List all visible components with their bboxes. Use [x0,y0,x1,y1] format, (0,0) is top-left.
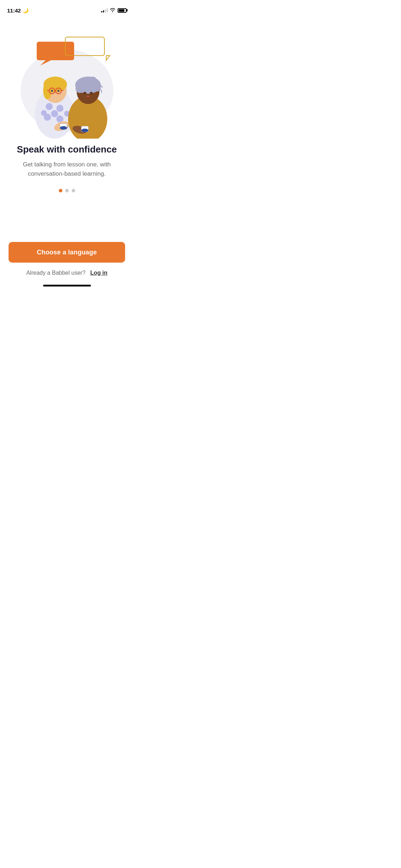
signal-bar-4 [107,8,108,12]
choose-language-button[interactable]: Choose a language [9,242,125,263]
time-display: 11:42 [7,7,21,14]
svg-rect-1 [37,42,74,60]
svg-point-12 [41,110,47,116]
svg-point-36 [90,92,93,94]
svg-point-33 [77,79,84,86]
text-section: Speak with confidence Get talking from l… [0,137,134,178]
pagination-dot-3 [72,189,75,192]
login-link[interactable]: Log in [90,270,107,276]
pagination-dot-1 [59,189,62,192]
illustration [10,25,124,139]
moon-icon: 🌙 [22,7,29,13]
pagination-dot-2 [65,189,69,192]
svg-point-32 [94,84,101,92]
main-title: Speak with confidence [17,144,117,155]
status-icons [101,7,127,13]
signal-bar-3 [105,9,106,12]
signal-icon [101,8,108,12]
svg-point-10 [51,110,58,117]
svg-point-23 [51,90,53,92]
bottom-section: Choose a language Already a Babbel user?… [0,242,134,282]
status-bar: 11:42 🌙 [0,0,134,16]
svg-point-9 [56,115,63,123]
svg-point-7 [56,105,63,112]
svg-point-34 [88,77,97,85]
svg-point-35 [83,92,86,94]
signal-bar-2 [103,10,104,12]
battery-icon [118,8,127,13]
battery-fill [119,9,124,12]
subtitle: Get talking from lesson one, with conver… [14,160,119,178]
svg-marker-4 [106,56,110,60]
svg-point-26 [60,126,67,130]
already-user-text: Already a Babbel user? [26,270,86,276]
login-prompt: Already a Babbel user? Log in [26,270,108,276]
svg-point-39 [81,129,88,132]
home-indicator [43,285,91,286]
status-time: 11:42 🌙 [7,7,29,14]
wifi-icon [110,7,115,13]
signal-bar-1 [101,11,102,12]
svg-point-24 [57,90,60,92]
svg-point-6 [46,103,53,110]
pagination-dots [59,189,75,192]
illustration-container [0,16,134,137]
